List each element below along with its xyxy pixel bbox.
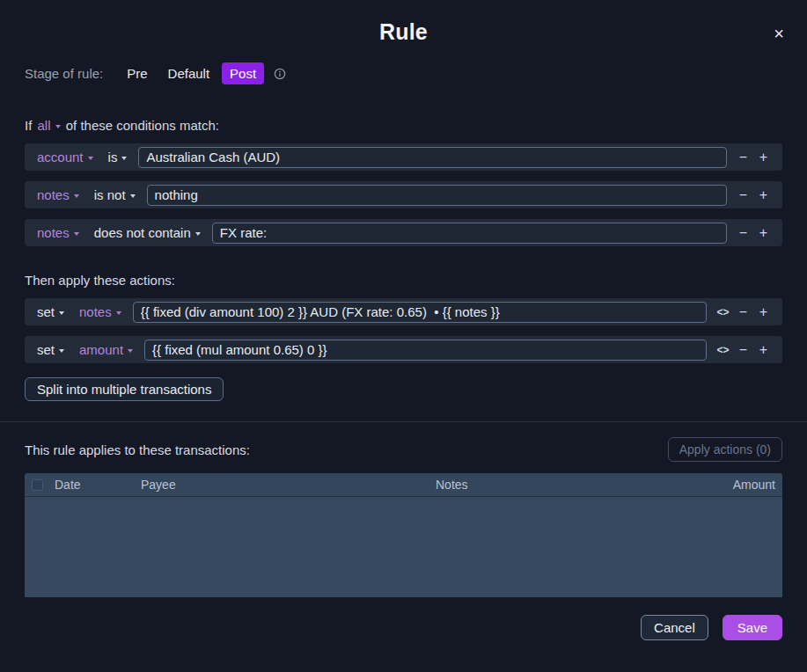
transactions-table: Date Payee Notes Amount [25,473,782,597]
condition-op-dropdown[interactable]: is not [91,187,139,202]
action-row: set notes <> − + [25,298,782,325]
select-all-checkbox[interactable] [32,479,43,491]
action-value-input[interactable] [144,340,707,361]
chevron-down-icon [55,125,61,128]
save-button[interactable]: Save [723,615,782,640]
conditions-prefix: If [25,118,32,133]
remove-condition-button[interactable]: − [733,185,753,206]
add-action-button[interactable]: + [753,340,774,361]
stage-row: Stage of rule: Pre Default Post [25,62,782,84]
chevron-down-icon [74,232,79,236]
page-title: Rule [25,19,782,45]
modal-header: Rule × [25,0,782,45]
condition-field-dropdown[interactable]: notes [33,225,83,240]
conditions-suffix: of these conditions match: [66,118,219,133]
column-header-payee: Payee [141,478,436,492]
add-action-button[interactable]: + [753,302,774,323]
split-button-row: Split into multiple transactions [25,377,782,401]
remove-action-button[interactable]: − [733,302,753,323]
stage-option-post[interactable]: Post [222,62,264,84]
chevron-down-icon [74,194,79,198]
chevron-down-icon [116,311,121,315]
remove-condition-button[interactable]: − [733,223,753,244]
column-header-notes: Notes [436,478,679,492]
condition-row: notes is not − + [25,181,782,208]
template-code-icon[interactable]: <> [713,340,733,361]
select-all-cell [32,479,55,491]
transactions-label: This rule applies to these transactions: [25,442,250,457]
table-body-empty [25,497,782,597]
action-field-dropdown[interactable]: amount [76,342,136,357]
transactions-header-row: This rule applies to these transactions:… [25,437,782,462]
apply-actions-button[interactable]: Apply actions (0) [668,437,782,462]
condition-value-input[interactable] [147,185,727,206]
action-value-input[interactable] [133,302,707,323]
chevron-down-icon [59,311,64,315]
conditions-match-selector[interactable]: all [36,118,62,133]
chevron-down-icon [121,157,127,160]
add-condition-button[interactable]: + [753,147,774,168]
stage-option-default[interactable]: Default [160,62,218,84]
conditions-section-label: If all of these conditions match: [25,118,782,133]
chevron-down-icon [130,194,136,198]
action-verb-dropdown[interactable]: set [33,304,68,319]
modal-footer: Cancel Save [25,615,782,640]
remove-action-button[interactable]: − [733,340,753,361]
chevron-down-icon [88,157,93,160]
condition-value-input[interactable] [212,223,727,244]
condition-row: notes does not contain − + [25,219,782,246]
rule-modal: Rule × Stage of rule: Pre Default Post I… [0,0,807,672]
add-condition-button[interactable]: + [753,223,774,244]
chevron-down-icon [128,349,133,353]
chevron-down-icon [59,349,64,353]
action-row: set amount <> − + [25,336,782,363]
divider [0,421,807,422]
column-header-amount: Amount [679,478,775,492]
action-verb-dropdown[interactable]: set [33,342,68,357]
condition-op-dropdown[interactable]: does not contain [91,225,204,240]
split-transactions-button[interactable]: Split into multiple transactions [25,377,224,401]
conditions-list: account is − + notes is not − + notes do… [25,143,782,246]
stage-label: Stage of rule: [25,66,103,81]
chevron-down-icon [195,232,201,236]
close-icon[interactable]: × [768,23,789,44]
condition-value-input[interactable] [138,147,727,168]
actions-list: set notes <> − + set amount <> − + [25,298,782,363]
condition-row: account is − + [25,143,782,171]
info-icon[interactable] [274,68,286,80]
column-header-date: Date [55,478,141,492]
stage-option-pre[interactable]: Pre [119,62,155,84]
cancel-button[interactable]: Cancel [641,615,708,640]
template-code-icon[interactable]: <> [713,302,733,323]
condition-field-dropdown[interactable]: account [33,150,97,164]
condition-field-dropdown[interactable]: notes [33,187,83,202]
add-condition-button[interactable]: + [753,185,774,206]
action-field-dropdown[interactable]: notes [76,304,125,319]
remove-condition-button[interactable]: − [733,147,753,168]
table-header: Date Payee Notes Amount [25,473,782,497]
condition-op-dropdown[interactable]: is [105,150,131,164]
actions-section-label: Then apply these actions: [25,273,782,288]
